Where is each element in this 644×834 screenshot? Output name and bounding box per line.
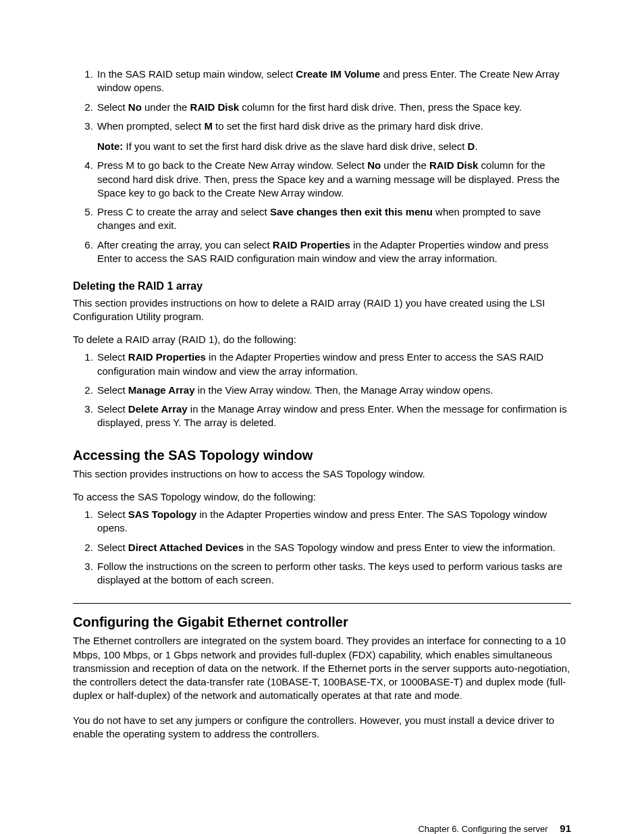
list-item: Press M to go back to the Create New Arr… xyxy=(96,159,571,200)
text: Select xyxy=(97,384,128,396)
heading-sas-topology: Accessing the SAS Topology window xyxy=(73,446,571,465)
bold-text: SAS Topology xyxy=(128,509,196,520)
list-item: Select RAID Properties in the Adapter Pr… xyxy=(96,350,571,378)
text: When prompted, select xyxy=(97,120,204,132)
paragraph: This section provides instructions on ho… xyxy=(73,467,571,481)
page-footer: Chapter 6. Configuring the server 91 xyxy=(73,822,571,834)
paragraph: You do not have to set any jumpers or co… xyxy=(73,714,571,741)
text: to set the first hard disk drive as the … xyxy=(213,120,483,132)
list-item: Follow the instructions on the screen to… xyxy=(96,560,571,588)
heading-ethernet: Configuring the Gigabit Ethernet control… xyxy=(73,613,571,631)
text: in the SAS Topology window and press Ent… xyxy=(244,542,556,553)
bold-text: Manage Array xyxy=(128,384,195,396)
bold-text: No xyxy=(367,159,381,171)
paragraph: This section provides instructions on ho… xyxy=(73,296,571,324)
list-item: Select SAS Topology in the Adapter Prope… xyxy=(96,508,571,536)
text: Select xyxy=(97,351,128,363)
list-item: In the SAS RAID setup main window, selec… xyxy=(96,68,571,95)
text: Select xyxy=(97,101,128,113)
text: under the xyxy=(381,159,429,171)
text: Select xyxy=(97,509,128,520)
text: After creating the array, you can select xyxy=(97,239,273,251)
note-label: Note: xyxy=(97,140,123,152)
bold-text: RAID Disk xyxy=(429,159,479,171)
bold-text: Save changes then exit this menu xyxy=(270,206,433,217)
text: In the SAS RAID setup main window, selec… xyxy=(97,68,296,80)
paragraph: The Ethernet controllers are integrated … xyxy=(73,634,571,702)
list-item: Select No under the RAID Disk column for… xyxy=(96,101,571,114)
bold-text: M xyxy=(204,120,213,132)
list-item: Press C to create the array and select S… xyxy=(96,205,571,233)
text: . xyxy=(475,140,477,152)
text: under the xyxy=(142,101,190,113)
text: Press M to go back to the Create New Arr… xyxy=(97,159,367,171)
text: Follow the instructions on the screen to… xyxy=(97,561,562,585)
heading-deleting-raid: Deleting the RAID 1 array xyxy=(73,279,571,294)
note-block: Note: If you want to set the first hard … xyxy=(97,140,571,153)
bold-text: Create IM Volume xyxy=(296,68,380,80)
footer-page-number: 91 xyxy=(560,823,571,834)
list-item: When prompted, select M to set the first… xyxy=(96,120,571,154)
text: Select xyxy=(97,542,128,553)
paragraph: To access the SAS Topology window, do th… xyxy=(73,490,571,504)
bold-text: RAID Properties xyxy=(128,351,206,363)
text: column for the first hard disk drive. Th… xyxy=(239,101,522,113)
bold-text: RAID Disk xyxy=(190,101,240,113)
list-item: Select Delete Array in the Manage Array … xyxy=(96,402,571,430)
bold-text: No xyxy=(128,101,142,113)
footer-chapter: Chapter 6. Configuring the server xyxy=(418,824,547,834)
ordered-list-delete-raid: Select RAID Properties in the Adapter Pr… xyxy=(73,350,571,429)
text: Select xyxy=(97,403,128,415)
bold-text: Direct Attached Devices xyxy=(128,542,244,553)
ordered-list-sas: Select SAS Topology in the Adapter Prope… xyxy=(73,508,571,587)
list-item: Select Direct Attached Devices in the SA… xyxy=(96,541,571,554)
bold-text: RAID Properties xyxy=(273,239,350,251)
bold-text: Delete Array xyxy=(128,403,188,415)
section-divider xyxy=(73,603,571,604)
text: in the View Array window. Then, the Mana… xyxy=(195,384,493,396)
paragraph: To delete a RAID array (RAID 1), do the … xyxy=(73,333,571,346)
bold-text: D xyxy=(468,140,475,152)
text: Press C to create the array and select xyxy=(97,206,270,217)
list-item: After creating the array, you can select… xyxy=(96,238,571,266)
text: If you want to set the first hard disk d… xyxy=(123,140,467,152)
list-item: Select Manage Array in the View Array wi… xyxy=(96,384,571,397)
ordered-list-raid-setup: In the SAS RAID setup main window, selec… xyxy=(73,68,571,265)
